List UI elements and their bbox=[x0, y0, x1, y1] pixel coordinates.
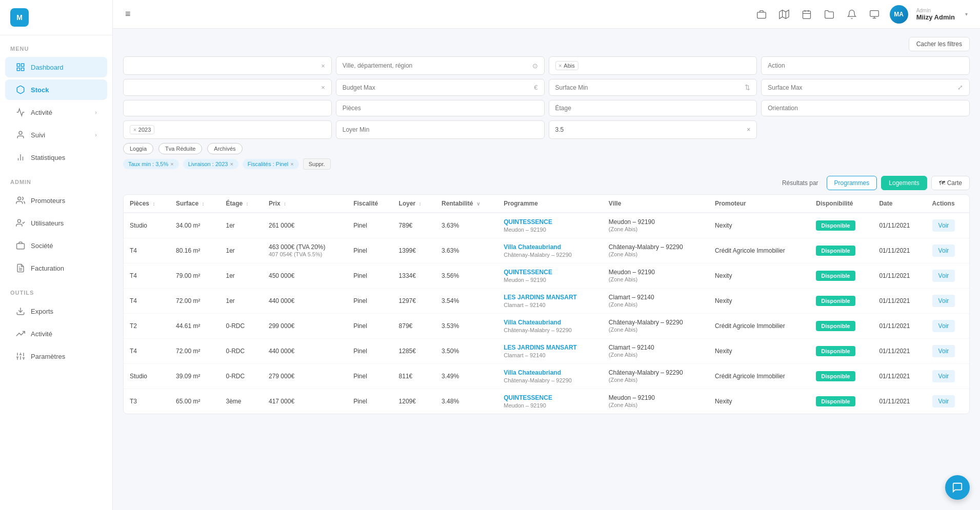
filter-row-4: × 2023 3.5 × bbox=[123, 120, 970, 139]
cell-programme: Villa Chateaubriand Châtenay-Malabry – 9… bbox=[497, 238, 603, 263]
table-row: T3 65.00 m² 3ème 417 000€ Pinel 1209€ 3.… bbox=[124, 389, 969, 414]
ville-input[interactable] bbox=[343, 62, 532, 69]
map-header-icon[interactable] bbox=[777, 7, 791, 22]
cell-date: 01/11/2021 bbox=[873, 364, 926, 389]
briefcase-header-icon[interactable] bbox=[754, 7, 769, 22]
filter-abis-tag-container[interactable]: × Abis bbox=[549, 56, 757, 75]
sidebar-item-stock[interactable]: Stock bbox=[5, 79, 107, 100]
filter-field-3[interactable] bbox=[123, 100, 332, 116]
action-input[interactable] bbox=[768, 62, 963, 69]
cell-promoteur: Nexity bbox=[709, 339, 810, 364]
admin-dropdown-arrow[interactable]: ▾ bbox=[965, 11, 968, 17]
cell-rentabilite: 3.63% bbox=[435, 238, 497, 263]
programme-link[interactable]: LES JARDINS MANSART bbox=[504, 344, 577, 351]
checkbox-archives[interactable]: Archivés bbox=[207, 143, 242, 154]
programme-link[interactable]: QUINTESSENCE bbox=[504, 269, 552, 276]
checkbox-loggia[interactable]: Loggia bbox=[123, 143, 153, 154]
filter-input-1[interactable] bbox=[130, 62, 321, 69]
active-filter-fiscalite-remove[interactable]: × bbox=[290, 161, 293, 167]
filter-ville[interactable]: ⊙ bbox=[336, 56, 545, 75]
table-row: T4 79.00 m² 1er 450 000€ Pinel 1334€ 3.5… bbox=[124, 263, 969, 289]
cell-loyer: 1297€ bbox=[393, 289, 436, 314]
programme-link[interactable]: LES JARDINS MANSART bbox=[504, 294, 577, 301]
programme-link[interactable]: Villa Chateaubriand bbox=[504, 243, 561, 251]
filter-loyer-max[interactable]: 3.5 × bbox=[549, 120, 757, 139]
cell-date: 01/11/2021 bbox=[873, 213, 926, 238]
sidebar-item-facturation[interactable]: Facturation bbox=[5, 258, 107, 278]
filter-orientation[interactable] bbox=[761, 100, 970, 116]
col-loyer[interactable]: Loyer ↕ bbox=[393, 195, 436, 213]
checkbox-tva-reduite[interactable]: Tva Réduite bbox=[158, 143, 202, 154]
bell-header-icon[interactable] bbox=[845, 7, 859, 22]
programme-link[interactable]: Villa Chateaubriand bbox=[504, 369, 561, 376]
voir-button[interactable]: Voir bbox=[932, 244, 955, 257]
sidebar-item-suivi[interactable]: Suivi › bbox=[5, 125, 107, 145]
filter-year-tag-container[interactable]: × 2023 bbox=[123, 120, 332, 139]
filter-input-3[interactable] bbox=[130, 105, 325, 112]
sidebar-item-parametres[interactable]: Paramètres bbox=[5, 346, 107, 366]
active-filter-taux-remove[interactable]: × bbox=[170, 161, 173, 167]
chat-bubble[interactable] bbox=[945, 475, 970, 500]
sidebar-item-activite[interactable]: Activité › bbox=[5, 102, 107, 123]
folder-header-icon[interactable] bbox=[822, 7, 836, 22]
clear-icon-1[interactable]: × bbox=[321, 62, 325, 70]
loyer-min-input[interactable] bbox=[343, 126, 538, 133]
voir-button[interactable]: Voir bbox=[932, 345, 955, 357]
cell-surface: 79.00 m² bbox=[170, 263, 219, 289]
voir-button[interactable]: Voir bbox=[932, 370, 955, 382]
sidebar-item-label: Stock bbox=[31, 86, 49, 94]
surface-max-input[interactable] bbox=[768, 84, 957, 91]
filter-loyer-min[interactable] bbox=[336, 120, 545, 139]
hamburger-menu[interactable]: ≡ bbox=[125, 9, 131, 19]
programme-link[interactable]: QUINTESSENCE bbox=[504, 218, 552, 226]
budget-max-input[interactable] bbox=[343, 84, 534, 91]
sidebar-item-dashboard[interactable]: Dashboard bbox=[5, 57, 107, 77]
sidebar-item-promoteurs[interactable]: Promoteurs bbox=[5, 190, 107, 211]
col-actions: Actions bbox=[926, 195, 969, 213]
sidebar-item-utilisateurs[interactable]: Utilisateurs bbox=[5, 213, 107, 233]
voir-button[interactable]: Voir bbox=[932, 295, 955, 307]
suppr-button[interactable]: Suppr. bbox=[303, 158, 331, 170]
filter-budget-max[interactable]: € bbox=[336, 79, 545, 96]
calendar-header-icon[interactable] bbox=[799, 7, 814, 22]
programmes-button[interactable]: Programmes bbox=[827, 176, 877, 190]
clear-icon-2[interactable]: × bbox=[321, 84, 325, 91]
voir-button[interactable]: Voir bbox=[932, 270, 955, 282]
pieces-input[interactable] bbox=[343, 105, 538, 112]
sidebar-item-societe[interactable]: Société bbox=[5, 235, 107, 256]
filter-pieces[interactable] bbox=[336, 100, 545, 116]
programme-link[interactable]: QUINTESSENCE bbox=[504, 394, 552, 401]
filter-surface-max[interactable]: ⤢ bbox=[761, 79, 970, 96]
voir-button[interactable]: Voir bbox=[932, 320, 955, 332]
filter-field-2[interactable]: × bbox=[123, 79, 332, 96]
voir-button[interactable]: Voir bbox=[932, 219, 955, 232]
filter-etage[interactable] bbox=[549, 100, 757, 116]
monitor-header-icon[interactable] bbox=[867, 7, 882, 22]
active-filter-livraison-remove[interactable]: × bbox=[230, 161, 233, 167]
filter-input-2[interactable] bbox=[130, 84, 321, 91]
orientation-input[interactable] bbox=[768, 105, 963, 112]
hide-filters-button[interactable]: Cacher les filtres bbox=[909, 37, 970, 51]
voir-button[interactable]: Voir bbox=[932, 395, 955, 407]
abis-tag-remove[interactable]: × bbox=[559, 63, 562, 69]
logements-button[interactable]: Logements bbox=[881, 176, 927, 190]
sidebar-item-activite-outil[interactable]: Activité bbox=[5, 323, 107, 344]
filter-field-1[interactable]: × bbox=[123, 56, 332, 75]
sidebar-item-exports[interactable]: Exports bbox=[5, 301, 107, 321]
col-rentabilite[interactable]: Rentabilité ∨ bbox=[435, 195, 497, 213]
programme-link[interactable]: Villa Chateaubriand bbox=[504, 319, 561, 326]
filter-action[interactable] bbox=[761, 56, 970, 75]
year-tag-remove[interactable]: × bbox=[133, 127, 136, 133]
sidebar-item-statistiques[interactable]: Statistiques bbox=[5, 147, 107, 168]
col-etage[interactable]: Étage ↕ bbox=[220, 195, 263, 213]
filter-surface-min[interactable]: ⇅ bbox=[549, 79, 757, 96]
loyer-max-clear[interactable]: × bbox=[747, 126, 750, 133]
carte-button[interactable]: 🗺 Carte bbox=[931, 176, 970, 190]
col-prix[interactable]: Prix ↕ bbox=[263, 195, 347, 213]
col-surface[interactable]: Surface ↕ bbox=[170, 195, 219, 213]
col-pieces[interactable]: Pièces ↕ bbox=[124, 195, 170, 213]
surface-min-input[interactable] bbox=[555, 84, 745, 91]
cell-date: 01/11/2021 bbox=[873, 339, 926, 364]
etage-input[interactable] bbox=[555, 105, 751, 112]
filter-row-2: × € ⇅ ⤢ bbox=[123, 79, 970, 96]
